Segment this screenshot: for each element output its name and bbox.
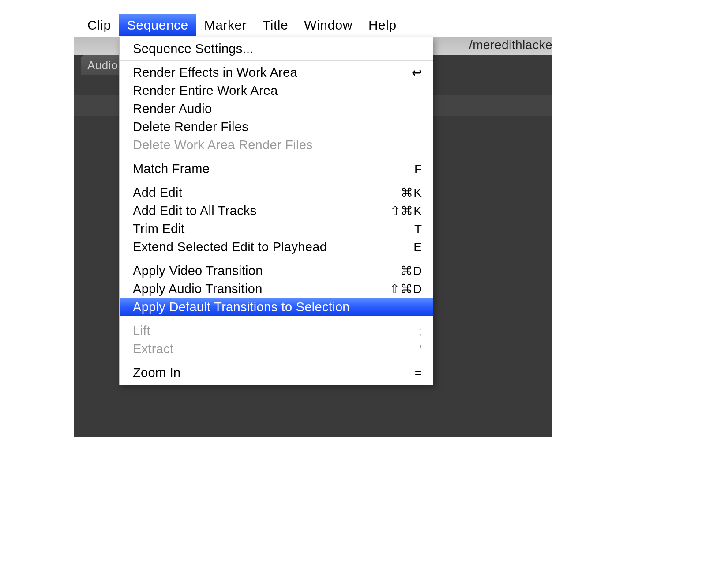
menubar: ClipSequenceMarkerTitleWindowHelp bbox=[79, 13, 547, 37]
menu-item-label: Extend Selected Edit to Playhead bbox=[133, 240, 374, 254]
menu-group: Render Effects in Work Area↩Render Entir… bbox=[120, 61, 433, 157]
menubar-item-marker[interactable]: Marker bbox=[196, 14, 255, 36]
menu-item-label: Lift bbox=[133, 324, 374, 338]
menu-item-label: Add Edit to All Tracks bbox=[133, 204, 374, 218]
menu-item-label: Delete Work Area Render Files bbox=[133, 138, 422, 152]
menu-group: Sequence Settings... bbox=[120, 37, 433, 60]
menu-item-label: Render Entire Work Area bbox=[133, 83, 422, 98]
menu-item-label: Delete Render Files bbox=[133, 120, 422, 134]
menu-item-delete-render-files[interactable]: Delete Render Files bbox=[120, 118, 433, 136]
menu-item-sequence-settings[interactable]: Sequence Settings... bbox=[120, 40, 433, 58]
menu-item-render-audio[interactable]: Render Audio bbox=[120, 100, 433, 118]
menu-item-apply-video-transition[interactable]: Apply Video Transition⌘D bbox=[120, 262, 433, 280]
menubar-item-title[interactable]: Title bbox=[255, 14, 296, 36]
menubar-item-sequence[interactable]: Sequence bbox=[119, 14, 196, 36]
menu-item-label: Add Edit bbox=[133, 185, 374, 200]
menu-item-shortcut: F bbox=[374, 162, 422, 176]
menu-item-shortcut: ⇧⌘D bbox=[374, 282, 422, 296]
menu-item-shortcut: T bbox=[374, 222, 422, 236]
sequence-dropdown-menu: Sequence Settings...Render Effects in Wo… bbox=[119, 37, 433, 385]
menu-item-label: Apply Audio Transition bbox=[133, 282, 374, 296]
menu-group: Add Edit⌘KAdd Edit to All Tracks⇧⌘KTrim … bbox=[120, 181, 433, 259]
menu-item-add-edit-to-all-tracks[interactable]: Add Edit to All Tracks⇧⌘K bbox=[120, 202, 433, 220]
menu-item-add-edit[interactable]: Add Edit⌘K bbox=[120, 184, 433, 202]
menu-item-shortcut: E bbox=[374, 240, 422, 254]
menu-item-apply-default-transitions-to-selection[interactable]: Apply Default Transitions to Selection bbox=[120, 298, 433, 316]
menubar-item-help[interactable]: Help bbox=[360, 14, 405, 36]
menu-item-label: Apply Default Transitions to Selection bbox=[133, 300, 422, 314]
menu-item-render-entire-work-area[interactable]: Render Entire Work Area bbox=[120, 82, 433, 100]
menu-item-label: Sequence Settings... bbox=[133, 42, 422, 56]
menu-item-label: Match Frame bbox=[133, 162, 374, 176]
menu-item-label: Trim Edit bbox=[133, 222, 374, 236]
app-window: ClipSequenceMarkerTitleWindowHelp /mered… bbox=[79, 13, 547, 437]
menu-group: Match FrameF bbox=[120, 157, 433, 181]
menu-item-shortcut: ⌘D bbox=[374, 264, 422, 278]
tab-audio[interactable]: Audio bbox=[81, 55, 124, 75]
menu-item-apply-audio-transition[interactable]: Apply Audio Transition⇧⌘D bbox=[120, 280, 433, 298]
menu-group: Lift;Extract' bbox=[120, 319, 433, 361]
menu-item-label: Apply Video Transition bbox=[133, 264, 374, 278]
menubar-item-window[interactable]: Window bbox=[296, 14, 360, 36]
menu-item-shortcut: ; bbox=[374, 324, 422, 338]
menu-item-label: Extract bbox=[133, 342, 374, 356]
menu-item-lift: Lift; bbox=[120, 322, 433, 340]
menu-item-label: Render Audio bbox=[133, 102, 422, 116]
menu-item-extract: Extract' bbox=[120, 340, 433, 358]
menu-item-shortcut: ' bbox=[374, 342, 422, 356]
path-fragment: /meredithlacke bbox=[469, 38, 552, 52]
content-area: /meredithlacke Audio Sequence Settings..… bbox=[79, 37, 547, 437]
menu-item-label: Zoom In bbox=[133, 366, 374, 380]
menu-item-shortcut: ⌘K bbox=[374, 185, 422, 200]
menu-item-extend-selected-edit-to-playhead[interactable]: Extend Selected Edit to PlayheadE bbox=[120, 238, 433, 256]
menu-item-shortcut: ⇧⌘K bbox=[374, 204, 422, 218]
menu-item-trim-edit[interactable]: Trim EditT bbox=[120, 220, 433, 238]
menu-item-delete-work-area-render-files: Delete Work Area Render Files bbox=[120, 136, 433, 154]
menu-group: Apply Video Transition⌘DApply Audio Tran… bbox=[120, 259, 433, 319]
menu-item-label: Render Effects in Work Area bbox=[133, 65, 374, 80]
menu-group: Zoom In= bbox=[120, 361, 433, 385]
menu-item-match-frame[interactable]: Match FrameF bbox=[120, 160, 433, 178]
menu-item-zoom-in[interactable]: Zoom In= bbox=[120, 364, 433, 382]
menubar-item-clip[interactable]: Clip bbox=[79, 14, 119, 36]
menu-item-render-effects-in-work-area[interactable]: Render Effects in Work Area↩ bbox=[120, 64, 433, 82]
menu-item-shortcut: = bbox=[374, 366, 422, 380]
menu-item-shortcut: ↩ bbox=[374, 65, 422, 80]
